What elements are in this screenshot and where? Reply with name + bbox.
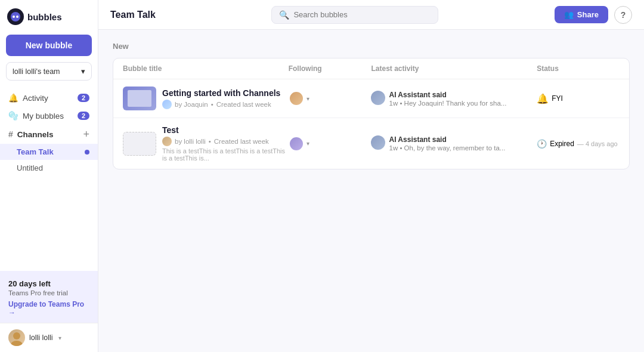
share-icon: 👥 xyxy=(564,10,574,19)
main-area: Team Talk 🔍 👥 Share ? New Bubble title F… xyxy=(98,0,644,352)
search-icon: 🔍 xyxy=(279,10,289,20)
unread-dot xyxy=(85,150,89,155)
content-area: New Bubble title Following Latest activi… xyxy=(98,30,644,352)
bubble-thumbnail xyxy=(123,87,156,110)
activity-cell: AI Assistant said 1w • Oh, by the way, r… xyxy=(371,135,537,152)
bubble-creator: by lolli lolli xyxy=(175,138,206,145)
trial-banner: 20 days left Teams Pro free trial Upgrad… xyxy=(0,271,98,323)
channels-label: Channels xyxy=(17,130,54,139)
svg-point-0 xyxy=(11,12,20,21)
activity-avatar xyxy=(371,135,385,150)
add-channel-icon[interactable]: + xyxy=(83,129,89,140)
status-cell: 🔔 FYI xyxy=(537,93,620,104)
status-cell: 🕐 Expired — 4 days ago xyxy=(537,139,620,149)
search-bar[interactable]: 🔍 xyxy=(271,6,438,24)
following-chevron-icon: ▾ xyxy=(306,140,309,147)
header-latest-activity: Latest activity xyxy=(371,64,537,73)
activity-who: AI Assistant said xyxy=(389,91,506,99)
table-header: Bubble title Following Latest activity S… xyxy=(113,58,629,79)
creator-avatar xyxy=(162,100,172,109)
svg-point-1 xyxy=(13,16,15,18)
sidebar-item-my-bubbles[interactable]: 🫧 My bubbles 2 xyxy=(0,107,98,125)
my-bubbles-badge: 2 xyxy=(78,112,89,120)
bubble-title-cell: Test by lolli lolli • Created last week … xyxy=(123,125,289,162)
activity-badge: 2 xyxy=(78,94,89,102)
status-label: Expired xyxy=(550,140,574,148)
trial-days: 20 days left xyxy=(8,279,89,288)
bubble-title-cell: Getting started with Channels by Joaquin… xyxy=(123,87,289,110)
creator-avatar xyxy=(162,137,172,146)
help-button[interactable]: ? xyxy=(614,6,632,24)
new-bubble-button[interactable]: New bubble xyxy=(6,35,92,56)
sidebar-item-activity[interactable]: 🔔 Activity 2 xyxy=(0,89,98,107)
bubble-preview-text: This is a testThis is a testThis is a te… xyxy=(162,147,289,162)
activity-avatar xyxy=(371,91,385,105)
upgrade-link[interactable]: Upgrade to Teams Pro → xyxy=(8,300,89,317)
header-bubble-title: Bubble title xyxy=(123,64,289,73)
trial-plan: Teams Pro free trial xyxy=(8,289,89,297)
search-input[interactable] xyxy=(293,10,431,19)
sidebar-item-label: My bubbles xyxy=(23,112,64,121)
team-selector-label: lolli lolli's team xyxy=(13,67,60,76)
channels-header[interactable]: # Channels + xyxy=(0,125,98,144)
activity-preview: 1w • Oh, by the way, remember to ta... xyxy=(389,144,505,152)
my-bubbles-icon: 🫧 xyxy=(8,111,18,121)
bubble-date: Created last week xyxy=(214,138,269,145)
follower-avatar xyxy=(289,91,304,106)
header-following: Following xyxy=(289,64,371,73)
following-chevron-icon: ▾ xyxy=(306,95,309,102)
share-label: Share xyxy=(577,10,599,19)
section-label: New xyxy=(113,42,630,51)
sidebar-item-label: Activity xyxy=(23,94,48,103)
table-row[interactable]: Getting started with Channels by Joaquin… xyxy=(113,79,629,118)
follower-avatar xyxy=(289,136,304,152)
logo-area: bubbles xyxy=(0,0,98,31)
bubble-name: Test xyxy=(162,125,289,135)
fyi-icon: 🔔 xyxy=(537,93,549,104)
share-button[interactable]: 👥 Share xyxy=(555,6,608,23)
user-avatar xyxy=(8,329,25,346)
sidebar: bubbles New bubble lolli lolli's team ▾ … xyxy=(0,0,98,352)
svg-point-4 xyxy=(11,341,23,346)
hash-icon: # xyxy=(8,129,13,139)
chevron-down-icon: ▾ xyxy=(81,67,85,76)
bubble-creator: by Joaquin xyxy=(175,101,208,108)
logo-icon xyxy=(7,8,24,25)
activity-cell: AI Assistant said 1w • Hey Joaquin! Than… xyxy=(371,91,537,107)
help-icon: ? xyxy=(621,10,626,20)
activity-icon: 🔔 xyxy=(8,93,18,103)
channel-label: Team Talk xyxy=(17,147,54,156)
activity-preview: 1w • Hey Joaquin! Thank you for sha... xyxy=(389,100,506,107)
topbar-right: 👥 Share ? xyxy=(555,6,632,24)
channel-label: Untitled xyxy=(17,163,43,172)
bubble-date: Created last week xyxy=(216,101,271,108)
logo-text: bubbles xyxy=(27,12,62,22)
topbar: Team Talk 🔍 👥 Share ? xyxy=(98,0,644,30)
header-status: Status xyxy=(537,64,620,73)
sidebar-item-team-talk[interactable]: Team Talk xyxy=(0,144,98,160)
activity-who: AI Assistant said xyxy=(389,135,505,144)
bubble-thumbnail-placeholder xyxy=(123,132,156,156)
status-label: FYI xyxy=(552,94,563,103)
user-profile[interactable]: lolli lolli ▾ xyxy=(0,323,98,352)
following-cell[interactable]: ▾ xyxy=(289,136,371,152)
table-row[interactable]: Test by lolli lolli • Created last week … xyxy=(113,118,629,169)
bubble-meta: by Joaquin • Created last week xyxy=(162,100,280,109)
bubble-name: Getting started with Channels xyxy=(162,88,280,98)
bubbles-table: Bubble title Following Latest activity S… xyxy=(113,58,630,169)
clock-icon: 🕐 xyxy=(537,139,547,149)
status-time: — 4 days ago xyxy=(577,140,618,147)
sidebar-item-untitled[interactable]: Untitled xyxy=(0,160,98,176)
svg-point-2 xyxy=(16,16,18,18)
svg-point-3 xyxy=(13,332,20,339)
team-selector[interactable]: lolli lolli's team ▾ xyxy=(6,62,92,81)
page-title: Team Talk xyxy=(110,10,156,20)
user-chevron-icon: ▾ xyxy=(58,335,61,341)
following-cell[interactable]: ▾ xyxy=(289,91,371,106)
bubble-meta: by lolli lolli • Created last week xyxy=(162,137,289,146)
user-name: lolli lolli xyxy=(29,334,53,342)
